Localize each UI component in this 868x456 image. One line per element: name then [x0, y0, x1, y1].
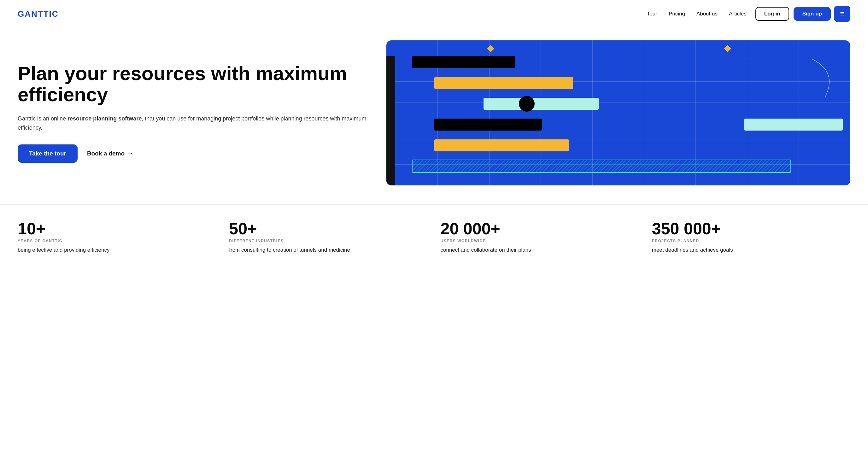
gantt-bar-row-4 [394, 119, 843, 131]
book-demo-label: Book a demo [87, 150, 125, 157]
stat-industries-desc: from consulting to creation of tunnels a… [229, 246, 415, 254]
stat-users: 20 000+ USERS WORLDWIDE connect and coll… [441, 221, 639, 254]
hero-text: Plan your resources with maximum efficie… [18, 63, 367, 163]
gantt-bar-row-2 [434, 77, 843, 89]
stat-industries: 50+ DIFFERENT INDUSTRIES from consulting… [229, 221, 428, 254]
stat-years-desc: being effective and providing efficiency [18, 246, 204, 254]
arrow-icon: → [127, 150, 133, 157]
nav-links: Tour Pricing About us Articles [647, 11, 747, 17]
gantt-bar-row-1 [412, 56, 843, 68]
stat-users-label: USERS WORLDWIDE [441, 239, 626, 243]
menu-button[interactable]: ≡ [834, 6, 850, 22]
nav-tour[interactable]: Tour [647, 11, 657, 17]
bar-amber-2 [434, 139, 569, 151]
stat-projects-label: PROJECTS PLANNED [652, 239, 838, 243]
logo[interactable]: GANTTIC [18, 9, 59, 19]
nav-articles[interactable]: Articles [729, 11, 747, 17]
signup-button[interactable]: Sign up [794, 7, 831, 21]
stat-projects: 350 000+ PROJECTS PLANNED meet deadlines… [652, 221, 850, 254]
stat-industries-label: DIFFERENT INDUSTRIES [229, 239, 415, 243]
navbar: GANTTIC Tour Pricing About us Articles L… [0, 0, 868, 28]
stat-projects-number: 350 000+ [652, 221, 838, 237]
hero-title: Plan your resources with maximum efficie… [18, 63, 367, 105]
bar-black-2 [434, 119, 542, 131]
stat-projects-desc: meet deadlines and achieve goals [652, 246, 838, 254]
gantt-bar-row-5 [434, 139, 843, 151]
bar-amber-1 [434, 77, 573, 89]
stats-section: 10+ YEARS OF GANTTIC being effective and… [0, 204, 868, 270]
hero-desc-bold: resource planning software [67, 116, 142, 122]
bar-cyan-1 [484, 98, 598, 110]
stat-years-label: YEARS OF GANTTIC [18, 239, 204, 243]
gantt-illustration [386, 40, 850, 186]
bar-striped-1 [412, 160, 791, 173]
hero-description: Ganttic is an online resource planning s… [18, 114, 367, 132]
gantt-bar-row-6 [412, 160, 843, 172]
login-button[interactable]: Log in [755, 7, 789, 21]
bar-cyan-right [744, 119, 843, 131]
stat-years: 10+ YEARS OF GANTTIC being effective and… [18, 221, 216, 254]
nav-about[interactable]: About us [696, 11, 718, 17]
hero-actions: Take the tour Book a demo → [18, 144, 367, 163]
hero-section: Plan your resources with maximum efficie… [0, 28, 868, 204]
stat-industries-number: 50+ [229, 221, 415, 237]
gantt-bar-row-3 [484, 98, 843, 110]
hamburger-icon: ≡ [840, 10, 844, 18]
stat-users-desc: connect and collaborate on their plans [441, 246, 626, 254]
bar-black-1 [412, 56, 516, 68]
book-demo-button[interactable]: Book a demo → [87, 150, 133, 157]
stat-users-number: 20 000+ [441, 221, 626, 237]
hero-desc-prefix: Ganttic is an online [18, 116, 67, 122]
circle-decoration [519, 96, 535, 111]
nav-pricing[interactable]: Pricing [669, 11, 685, 17]
stat-years-number: 10+ [18, 221, 204, 237]
take-tour-button[interactable]: Take the tour [18, 144, 78, 163]
gantt-bars [386, 40, 850, 186]
